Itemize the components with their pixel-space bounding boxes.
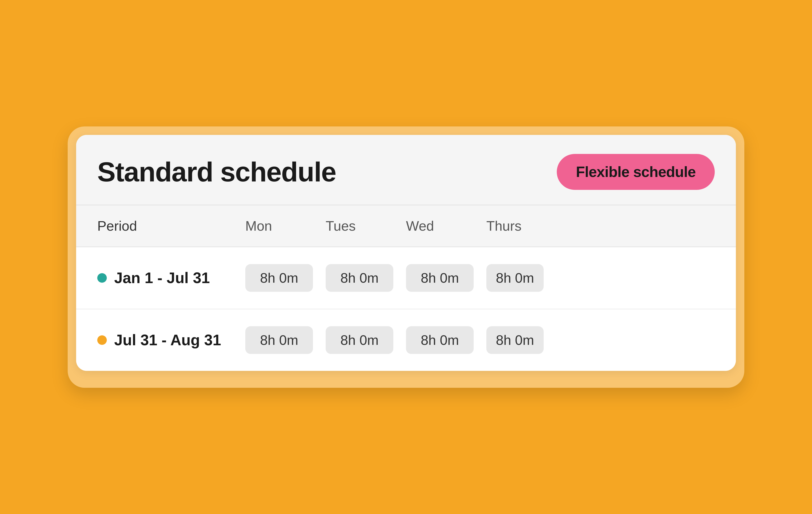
time-cell-tues-2: 8h 0m — [326, 326, 406, 354]
time-badge-mon-2: 8h 0m — [245, 326, 313, 354]
table-row: Jan 1 - Jul 31 8h 0m 8h 0m 8h 0m 8h 0m — [76, 247, 736, 309]
card-header: Standard schedule Flexible schedule — [76, 135, 736, 205]
dot-yellow-icon — [97, 335, 107, 345]
time-cell-wed-2: 8h 0m — [406, 326, 486, 354]
time-badge-thurs-2: 8h 0m — [486, 326, 544, 354]
dot-teal-icon — [97, 273, 107, 283]
time-cell-mon-2: 8h 0m — [245, 326, 326, 354]
time-badge-tues-1: 8h 0m — [326, 264, 393, 292]
time-cell-wed-1: 8h 0m — [406, 264, 486, 292]
page-title: Standard schedule — [97, 156, 336, 188]
table-header: Period Mon Tues Wed Thurs — [76, 205, 736, 247]
period-label-2: Jul 31 - Aug 31 — [114, 331, 221, 349]
time-badge-mon-1: 8h 0m — [245, 264, 313, 292]
period-cell-2: Jul 31 - Aug 31 — [97, 331, 245, 349]
time-badge-thurs-1: 8h 0m — [486, 264, 544, 292]
column-header-period: Period — [97, 218, 245, 234]
flexible-schedule-button[interactable]: Flexible schedule — [557, 154, 715, 190]
column-header-thurs: Thurs — [486, 218, 567, 234]
time-badge-tues-2: 8h 0m — [326, 326, 393, 354]
inner-card: Standard schedule Flexible schedule Peri… — [76, 135, 736, 371]
column-header-wed: Wed — [406, 218, 486, 234]
column-header-mon: Mon — [245, 218, 326, 234]
time-badge-wed-2: 8h 0m — [406, 326, 474, 354]
time-badge-wed-1: 8h 0m — [406, 264, 474, 292]
time-cell-thurs-2: 8h 0m — [486, 326, 567, 354]
time-cell-tues-1: 8h 0m — [326, 264, 406, 292]
column-header-tues: Tues — [326, 218, 406, 234]
period-cell-1: Jan 1 - Jul 31 — [97, 269, 245, 286]
period-label-1: Jan 1 - Jul 31 — [114, 269, 210, 286]
time-cell-thurs-1: 8h 0m — [486, 264, 567, 292]
outer-card: Standard schedule Flexible schedule Peri… — [68, 126, 744, 388]
table-row-2: Jul 31 - Aug 31 8h 0m 8h 0m 8h 0m 8h 0m — [76, 309, 736, 371]
time-cell-mon-1: 8h 0m — [245, 264, 326, 292]
